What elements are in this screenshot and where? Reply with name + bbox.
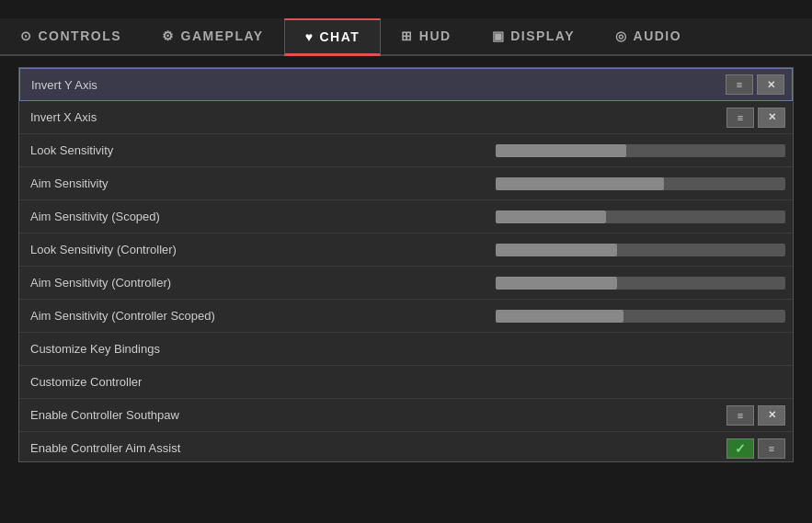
setting-label-invert-x: Invert X Axis [19, 103, 488, 131]
setting-row-aim-sens-ctrl-scoped[interactable]: Aim Sensitivity (Controller Scoped) [19, 300, 793, 333]
controls-icon: ⊙ [20, 28, 33, 43]
setting-row-aim-sens-scoped[interactable]: Aim Sensitivity (Scoped) [19, 200, 793, 233]
setting-row-ctrl-southpaw[interactable]: Enable Controller Southpaw ≡ ✕ [19, 399, 793, 432]
audio-icon: ◎ [615, 28, 628, 43]
gameplay-icon: ⚙ [162, 28, 176, 43]
setting-control-aim-sens-ctrl[interactable] [488, 273, 793, 293]
toggle-close-invert-y[interactable]: ✕ [757, 74, 784, 95]
tab-audio[interactable]: ◎AUDIO [595, 18, 702, 56]
tab-label-chat: CHAT [319, 29, 360, 44]
tabs-bar: ⊙CONTROLS⚙GAMEPLAY♥CHAT⊞HUD▣DISPLAY◎AUDI… [0, 18, 812, 56]
setting-label-aim-assist: Enable Controller Aim Assist [19, 434, 488, 461]
setting-label-aim-sens-scoped: Aim Sensitivity (Scoped) [19, 202, 488, 231]
page-title [0, 0, 812, 18]
setting-control-look-sens[interactable] [488, 141, 793, 161]
setting-label-aim-sens-ctrl-scoped: Aim Sensitivity (Controller Scoped) [19, 301, 488, 330]
slider-fill-aim-sens-scoped [496, 210, 606, 223]
slider-fill-aim-sens-ctrl-scoped [496, 310, 623, 323]
slider-track-aim-sens-ctrl[interactable] [496, 277, 785, 290]
setting-row-aim-assist[interactable]: Enable Controller Aim Assist ✓ ≡ [19, 432, 793, 461]
tab-gameplay[interactable]: ⚙GAMEPLAY [142, 18, 284, 56]
setting-row-invert-y[interactable]: Invert Y Axis ≡ ✕ [19, 68, 793, 101]
setting-control-invert-y: ≡ ✕ [489, 71, 792, 98]
slider-track-aim-sens-ctrl-scoped[interactable] [496, 310, 785, 323]
chat-icon: ♥ [305, 29, 315, 44]
slider-fill-aim-sens [496, 177, 664, 190]
toggle-lines-invert-x[interactable]: ≡ [726, 108, 754, 128]
slider-track-look-sens[interactable] [496, 144, 785, 157]
tab-hud[interactable]: ⊞HUD [381, 18, 471, 56]
toggle-group-ctrl-southpaw: ≡ ✕ [726, 405, 785, 426]
setting-label-aim-sens: Aim Sensitivity [19, 169, 488, 198]
setting-control-aim-sens-scoped[interactable] [488, 207, 793, 227]
hud-icon: ⊞ [401, 28, 414, 43]
setting-control-aim-assist: ✓ ≡ [488, 435, 793, 462]
setting-label-ctrl-southpaw: Enable Controller Southpaw [19, 401, 488, 429]
setting-label-look-sens-ctrl: Look Sensitivity (Controller) [19, 235, 488, 264]
toggle-check-aim-assist[interactable]: ✓ [726, 438, 754, 459]
setting-control-look-sens-ctrl[interactable] [488, 240, 793, 260]
slider-track-aim-sens-scoped[interactable] [496, 210, 785, 223]
content-area: Invert Y Axis ≡ ✕ Invert X Axis ≡ ✕ Look… [18, 67, 794, 462]
setting-label-customize-ctrl: Customize Controller [19, 368, 793, 396]
tab-label-gameplay: GAMEPLAY [181, 28, 264, 43]
setting-control-invert-x: ≡ ✕ [488, 104, 793, 131]
toggle-close-invert-x[interactable]: ✕ [758, 108, 785, 128]
toggle-close-ctrl-southpaw[interactable]: ✕ [758, 405, 785, 426]
tab-controls[interactable]: ⊙CONTROLS [0, 18, 142, 56]
display-icon: ▣ [492, 28, 506, 43]
setting-label-aim-sens-ctrl: Aim Sensitivity (Controller) [19, 268, 488, 297]
tab-label-display: DISPLAY [510, 28, 575, 43]
setting-label-customize-keys: Customize Key Bindings [19, 335, 793, 363]
toggle-group-invert-x: ≡ ✕ [726, 108, 785, 128]
slider-track-aim-sens[interactable] [496, 177, 785, 190]
tab-label-controls: CONTROLS [39, 28, 122, 43]
setting-row-look-sens[interactable]: Look Sensitivity [19, 134, 793, 167]
setting-row-aim-sens-ctrl[interactable]: Aim Sensitivity (Controller) [19, 267, 793, 300]
toggle-lines-aim-assist[interactable]: ≡ [758, 438, 785, 459]
setting-row-customize-ctrl[interactable]: Customize Controller [19, 366, 793, 399]
setting-row-customize-keys[interactable]: Customize Key Bindings [19, 333, 793, 366]
settings-list[interactable]: Invert Y Axis ≡ ✕ Invert X Axis ≡ ✕ Look… [19, 68, 793, 461]
slider-fill-look-sens-ctrl [496, 244, 617, 256]
setting-label-look-sens: Look Sensitivity [19, 136, 488, 165]
slider-fill-look-sens [496, 144, 626, 157]
setting-row-look-sens-ctrl[interactable]: Look Sensitivity (Controller) [19, 233, 793, 267]
toggle-group-invert-y: ≡ ✕ [726, 74, 784, 95]
toggle-lines-invert-y[interactable]: ≡ [726, 74, 753, 95]
tab-display[interactable]: ▣DISPLAY [472, 18, 595, 56]
toggle-group-aim-assist: ✓ ≡ [726, 438, 785, 459]
slider-track-look-sens-ctrl[interactable] [496, 244, 785, 256]
tab-label-hud: HUD [419, 28, 452, 43]
tab-label-audio: AUDIO [634, 28, 682, 43]
setting-row-invert-x[interactable]: Invert X Axis ≡ ✕ [19, 101, 793, 134]
setting-row-aim-sens[interactable]: Aim Sensitivity [19, 167, 793, 200]
slider-fill-aim-sens-ctrl [496, 277, 617, 290]
setting-label-invert-y: Invert Y Axis [20, 71, 489, 99]
toggle-lines-ctrl-southpaw[interactable]: ≡ [726, 405, 754, 426]
setting-control-aim-sens[interactable] [488, 174, 793, 194]
setting-control-aim-sens-ctrl-scoped[interactable] [488, 306, 793, 326]
setting-control-ctrl-southpaw: ≡ ✕ [488, 402, 793, 429]
tab-chat[interactable]: ♥CHAT [284, 18, 382, 56]
